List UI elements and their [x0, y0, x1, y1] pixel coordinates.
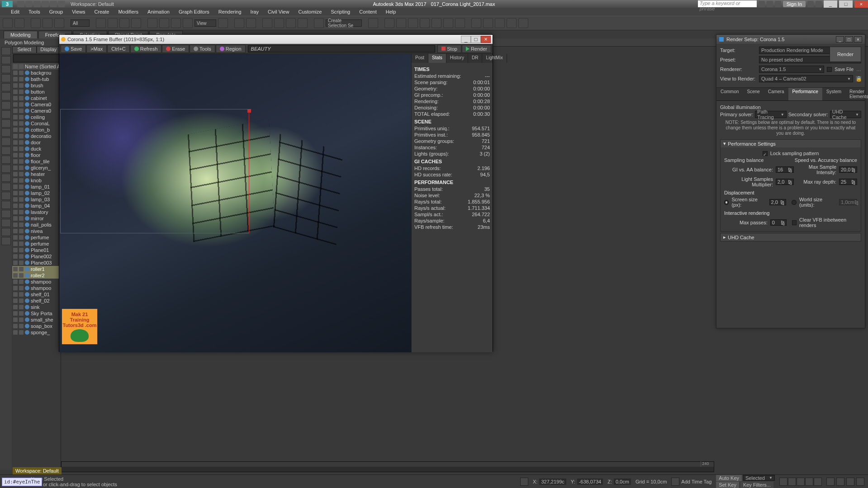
visibility-icon[interactable] [13, 140, 18, 145]
freeze-icon[interactable] [19, 159, 24, 164]
curve-editor-icon[interactable] [432, 18, 441, 28]
visibility-icon[interactable] [13, 121, 18, 126]
ref-coord[interactable]: View [194, 19, 216, 27]
nav-pan-icon[interactable] [826, 478, 835, 486]
lock-xform-icon[interactable] [520, 478, 528, 486]
z-field[interactable]: 0,0cm [614, 479, 631, 485]
visibility-icon[interactable] [13, 292, 18, 297]
mat-editor-icon[interactable] [455, 18, 465, 28]
place-icon[interactable] [183, 18, 193, 28]
render-setup-icon[interactable] [471, 18, 481, 28]
left-tool-16[interactable] [1, 192, 11, 200]
visibility-icon[interactable] [13, 216, 18, 221]
scene-item[interactable]: roller2 [12, 272, 61, 279]
scene-item[interactable]: Plane002 [12, 253, 61, 260]
stats-tab-dr[interactable]: DR [468, 54, 482, 63]
freeze-icon[interactable] [19, 317, 24, 322]
freeze-icon[interactable] [19, 185, 24, 189]
align-icon[interactable] [384, 18, 394, 28]
stats-tab-history[interactable]: History [446, 54, 468, 63]
freeze-icon[interactable] [19, 83, 24, 88]
unlink-icon[interactable] [43, 18, 52, 28]
workspace-label[interactable]: Workspace: Default [71, 1, 114, 7]
left-tool-12[interactable] [1, 156, 11, 164]
visibility-icon[interactable] [13, 261, 18, 265]
screen-size-radio[interactable] [724, 200, 729, 205]
visibility-icon[interactable] [13, 83, 18, 88]
scene-item[interactable]: button [12, 89, 61, 95]
visibility-icon[interactable] [13, 311, 18, 316]
region-marquee[interactable] [60, 109, 249, 233]
freeze-icon[interactable] [19, 172, 24, 176]
fb-refresh-button[interactable]: Refresh [130, 45, 162, 53]
visibility-icon[interactable] [13, 280, 18, 284]
visibility-icon[interactable] [13, 96, 18, 100]
fb-max-button2[interactable]: >Max [86, 45, 107, 53]
rp-min-button[interactable]: _ [836, 36, 844, 43]
menu-animation[interactable]: Animation [147, 9, 170, 14]
y-field[interactable]: -638,0734 [577, 479, 603, 485]
qat-save-icon[interactable] [33, 1, 41, 7]
freeze-icon[interactable] [19, 178, 24, 183]
rect-select-icon[interactable] [119, 18, 129, 28]
visibility-icon[interactable] [13, 330, 18, 335]
scene-item[interactable]: lavatory [12, 209, 61, 215]
fb-render-button[interactable]: Render [462, 45, 491, 53]
nav-orbit-icon[interactable] [846, 478, 854, 486]
menu-scripting[interactable]: Scripting [331, 9, 350, 14]
fb-tools-button[interactable]: Tools [190, 45, 215, 53]
left-tool-9[interactable] [1, 128, 11, 137]
menu-content[interactable]: Content [359, 9, 377, 14]
secondary-solver-select[interactable]: UHD Cache▼ [830, 111, 861, 118]
freeze-icon[interactable] [19, 216, 24, 221]
msi-spinner[interactable]: 20,0⧎ [839, 166, 857, 173]
maxpasses-spinner[interactable]: 0⧎ [770, 219, 787, 226]
freeze-icon[interactable] [19, 140, 24, 145]
rp-tab-scene[interactable]: Scene [743, 88, 764, 100]
keyfilters-button[interactable]: Key Filters... [740, 482, 773, 488]
visibility-icon[interactable] [13, 204, 18, 208]
freeze-icon[interactable] [19, 286, 24, 290]
percent-snap-icon[interactable] [286, 18, 296, 28]
visibility-icon[interactable] [13, 248, 18, 252]
ribbon-tab-modeling[interactable]: Modeling [4, 31, 38, 38]
scene-item[interactable]: sponge_ [12, 329, 61, 336]
lock-sampling-check[interactable] [763, 151, 768, 156]
visibility-icon[interactable] [13, 229, 18, 233]
user-icon[interactable] [775, 1, 781, 7]
scene-item[interactable]: door [12, 139, 61, 146]
freeze-icon[interactable] [19, 305, 24, 309]
scene-search-input[interactable] [13, 54, 60, 62]
scene-item[interactable]: Sky Porta [12, 310, 61, 317]
goto-end-icon[interactable] [814, 478, 822, 486]
rp-tab-camera[interactable]: Camera [764, 88, 788, 100]
scene-item[interactable]: sink [12, 304, 61, 310]
left-tool-13[interactable] [1, 165, 11, 173]
play-icon[interactable] [797, 478, 805, 486]
rp-tab-common[interactable]: Common [716, 88, 743, 100]
freeze-icon[interactable] [19, 147, 24, 151]
close-button[interactable]: × [854, 0, 868, 8]
visibility-icon[interactable] [13, 166, 18, 170]
info-icon[interactable] [759, 1, 765, 7]
visibility-icon[interactable] [13, 147, 18, 151]
left-tool-14[interactable] [1, 174, 11, 182]
selection-filter[interactable]: All [71, 19, 90, 27]
fb-max-button[interactable]: □ [471, 36, 481, 43]
qat-open-icon[interactable] [25, 1, 33, 7]
scene-item[interactable]: CoronaL [12, 120, 61, 127]
uhd-rollout-header[interactable]: ▸ UHD Cache [721, 233, 861, 241]
scene-item[interactable]: backgrou [12, 70, 61, 76]
prev-frame-icon[interactable] [788, 478, 796, 486]
rp-tab-render-elements[interactable]: Render Elements [845, 88, 868, 100]
fb-erase-button[interactable]: Erase [162, 45, 189, 53]
named-sel-icon[interactable] [314, 18, 324, 28]
visibility-icon[interactable] [13, 324, 18, 328]
visibility-icon[interactable] [13, 153, 18, 157]
lock-icon[interactable]: 🔒 [856, 76, 861, 81]
left-tool-17[interactable] [1, 201, 11, 209]
link-icon[interactable] [31, 18, 41, 28]
visibility-icon[interactable] [13, 134, 18, 138]
scene-item[interactable]: lamp_03 [12, 196, 61, 203]
addtime-icon[interactable] [671, 478, 679, 486]
